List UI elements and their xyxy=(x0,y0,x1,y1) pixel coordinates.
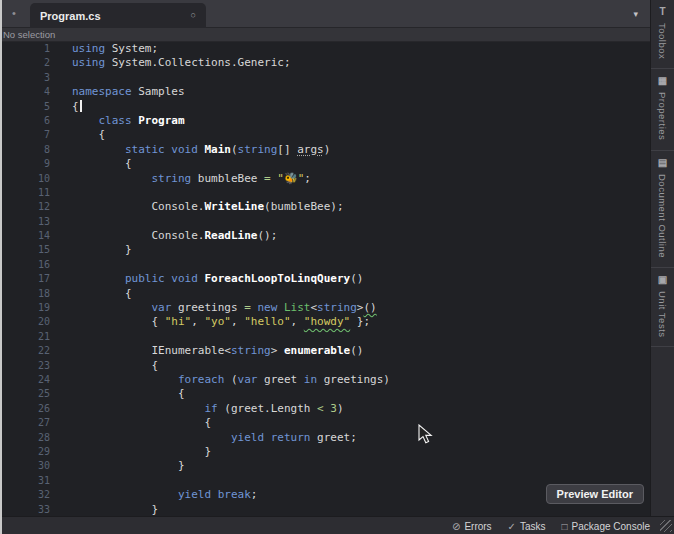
dock-tab-unit-tests[interactable]: ▣Unit Tests xyxy=(651,268,674,348)
line-number[interactable]: 12 xyxy=(0,200,50,214)
line-number[interactable]: 4 xyxy=(0,85,50,99)
code-line-content xyxy=(50,186,72,199)
code-line[interactable]: 21 xyxy=(0,330,650,344)
tab-program-cs[interactable]: Program.cs ○ xyxy=(30,3,206,28)
line-number[interactable]: 25 xyxy=(0,387,50,401)
line-number[interactable]: 28 xyxy=(0,431,50,445)
line-number[interactable]: 18 xyxy=(0,287,50,301)
line-number[interactable]: 32 xyxy=(0,488,50,502)
line-number[interactable]: 19 xyxy=(0,301,50,315)
line-number[interactable]: 30 xyxy=(0,459,50,473)
code-token: (); xyxy=(257,229,277,242)
line-number[interactable]: 23 xyxy=(0,359,50,373)
code-line[interactable]: 7 { xyxy=(0,128,650,142)
code-line[interactable]: 2using System.Collections.Generic; xyxy=(0,56,650,70)
line-number[interactable]: 10 xyxy=(0,172,50,186)
code-line[interactable]: 19 var greetings = new List<string>() xyxy=(0,301,650,315)
line-number[interactable]: 31 xyxy=(0,474,50,488)
code-line[interactable]: 28 yield return greet; xyxy=(0,431,650,445)
code-line[interactable]: 1using System; xyxy=(0,42,650,56)
code-line[interactable]: 20 { "hi", "yo", "hello", "howdy" }; xyxy=(0,315,650,329)
code-line[interactable]: 10 string bumbleBee = "🐝"; xyxy=(0,172,650,186)
code-line[interactable]: 22 IEnumerable<string> enumerable() xyxy=(0,344,650,358)
status-label: Package Console xyxy=(572,521,650,532)
tab-modified-icon[interactable]: ○ xyxy=(191,11,196,20)
chevron-down-icon[interactable]: ▾ xyxy=(633,9,638,19)
code-line[interactable]: 18 { xyxy=(0,287,650,301)
code-token: namespace xyxy=(72,85,132,98)
line-number[interactable]: 8 xyxy=(0,143,50,157)
tasks-button[interactable]: ✓Tasks xyxy=(508,521,546,532)
line-number[interactable]: 15 xyxy=(0,243,50,257)
code-line[interactable]: 16 xyxy=(0,258,650,272)
line-number[interactable]: 27 xyxy=(0,416,50,430)
code-token: ForeachLoopToLinqQuery xyxy=(204,272,350,285)
code-line[interactable]: 6 class Program xyxy=(0,114,650,128)
code-line[interactable]: 27 { xyxy=(0,416,650,430)
code-line[interactable]: 15 } xyxy=(0,243,650,257)
code-token: Main xyxy=(204,143,231,156)
dock-tab-label: Properties xyxy=(657,92,668,140)
line-number[interactable]: 21 xyxy=(0,330,50,344)
code-line[interactable]: 29 } xyxy=(0,445,650,459)
code-token: using xyxy=(72,42,105,55)
code-line[interactable]: 25 { xyxy=(0,387,650,401)
line-number[interactable]: 13 xyxy=(0,215,50,229)
code-line[interactable]: 12 Console.WriteLine(bumbleBee); xyxy=(0,200,650,214)
code-line[interactable]: 11 xyxy=(0,186,650,200)
dock-tab-document-outline[interactable]: ▤Document Outline xyxy=(651,151,674,268)
dock-tab-toolbox[interactable]: TToolbox xyxy=(651,0,674,69)
code-token: greet xyxy=(257,373,303,386)
errors-icon: ⊘ xyxy=(452,521,460,532)
code-area[interactable]: 1using System;2using System.Collections.… xyxy=(0,42,650,516)
code-token: IEnumerable< xyxy=(72,344,231,357)
line-number[interactable]: 29 xyxy=(0,445,50,459)
code-token: } xyxy=(72,459,185,472)
code-token: }; xyxy=(350,315,370,328)
breadcrumb[interactable]: No selection xyxy=(0,28,650,42)
line-number[interactable]: 6 xyxy=(0,114,50,128)
line-number[interactable]: 9 xyxy=(0,157,50,171)
code-line[interactable]: 3 xyxy=(0,71,650,85)
code-token: new xyxy=(257,301,277,314)
resize-grip[interactable] xyxy=(660,520,672,532)
errors-button[interactable]: ⊘Errors xyxy=(452,521,492,532)
line-number[interactable]: 3 xyxy=(0,71,50,85)
code-token xyxy=(277,301,284,314)
line-number[interactable]: 33 xyxy=(0,503,50,517)
code-token: ) xyxy=(337,402,344,415)
code-line-content: using System; xyxy=(50,42,158,55)
line-number[interactable]: 16 xyxy=(0,258,50,272)
line-number[interactable]: 17 xyxy=(0,272,50,286)
tasks-icon: ✓ xyxy=(508,521,516,532)
code-token: < xyxy=(317,402,324,415)
code-line[interactable]: 4namespace Samples xyxy=(0,85,650,99)
code-line[interactable]: 8 static void Main(string[] args) xyxy=(0,143,650,157)
line-number[interactable]: 1 xyxy=(0,42,50,56)
code-line[interactable]: 33 } xyxy=(0,503,650,517)
code-line[interactable]: 23 { xyxy=(0,359,650,373)
tab-overflow-dot-icon[interactable]: • xyxy=(6,5,22,21)
line-number[interactable]: 5 xyxy=(0,100,50,114)
dock-tab-properties[interactable]: ▦Properties xyxy=(651,69,674,150)
line-number[interactable]: 2 xyxy=(0,56,50,70)
code-line[interactable]: 26 if (greet.Length < 3) xyxy=(0,402,650,416)
line-number[interactable]: 7 xyxy=(0,128,50,142)
code-line[interactable]: 13 xyxy=(0,215,650,229)
preview-editor-button[interactable]: Preview Editor xyxy=(546,484,644,504)
dock-tab-label: Toolbox xyxy=(657,23,668,59)
line-number[interactable]: 11 xyxy=(0,186,50,200)
code-line[interactable]: 17 public void ForeachLoopToLinqQuery() xyxy=(0,272,650,286)
code-line[interactable]: 14 Console.ReadLine(); xyxy=(0,229,650,243)
line-number[interactable]: 14 xyxy=(0,229,50,243)
code-line[interactable]: 5{ xyxy=(0,100,650,114)
code-editor[interactable]: 1using System;2using System.Collections.… xyxy=(0,42,650,516)
package-console-button[interactable]: □Package Console xyxy=(562,521,650,532)
line-number[interactable]: 22 xyxy=(0,344,50,358)
code-line[interactable]: 9 { xyxy=(0,157,650,171)
line-number[interactable]: 24 xyxy=(0,373,50,387)
line-number[interactable]: 20 xyxy=(0,315,50,329)
code-line[interactable]: 30 } xyxy=(0,459,650,473)
code-line[interactable]: 24 foreach (var greet in greetings) xyxy=(0,373,650,387)
line-number[interactable]: 26 xyxy=(0,402,50,416)
